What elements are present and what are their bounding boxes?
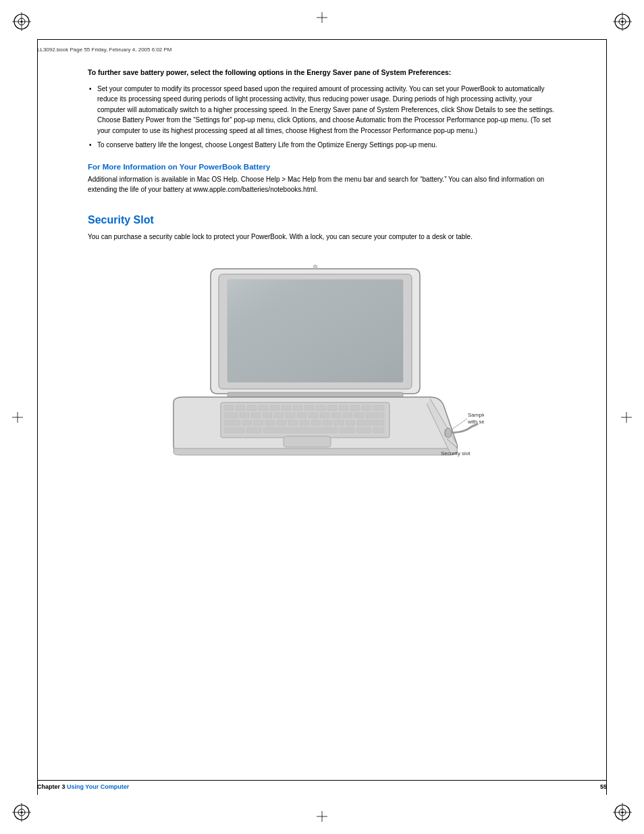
svg-rect-55 [320, 413, 329, 418]
svg-line-81 [452, 419, 467, 429]
cross-mark-right [621, 412, 632, 423]
svg-rect-63 [265, 420, 275, 425]
svg-rect-43 [339, 405, 348, 411]
footer-chapter-link: Using Your Computer [67, 783, 129, 790]
svg-rect-56 [331, 413, 341, 418]
svg-rect-77 [373, 427, 384, 433]
corner-mark-bl [12, 803, 31, 822]
svg-rect-71 [357, 420, 384, 425]
svg-rect-46 [373, 405, 384, 411]
svg-rect-66 [300, 420, 309, 425]
svg-rect-59 [366, 413, 384, 418]
svg-rect-51 [274, 413, 284, 418]
svg-rect-64 [277, 420, 286, 425]
cross-mark-bottom [317, 811, 327, 822]
svg-rect-65 [288, 420, 298, 425]
header-bar: LL3092.book Page 55 Friday, February 4, … [37, 39, 607, 54]
svg-rect-53 [297, 413, 306, 418]
svg-rect-68 [323, 420, 332, 425]
svg-rect-47 [224, 413, 238, 418]
svg-rect-67 [311, 420, 321, 425]
cross-mark-top [317, 12, 327, 23]
svg-rect-76 [356, 427, 371, 433]
section1-body: Additional information is available in M… [88, 174, 556, 195]
border-left [37, 39, 38, 795]
section1-heading: For More Information on Your PowerBook B… [88, 163, 556, 171]
svg-rect-35 [247, 405, 257, 411]
svg-rect-39 [293, 405, 302, 411]
svg-point-30 [313, 265, 317, 269]
header-file-info: LL3092.book Page 55 Friday, February 4, … [37, 47, 172, 53]
svg-rect-38 [281, 405, 291, 411]
svg-rect-70 [346, 420, 355, 425]
svg-rect-48 [240, 413, 249, 418]
footer-chapter-label: Chapter 3 [37, 783, 65, 790]
svg-rect-40 [304, 405, 314, 411]
footer-chapter: Chapter 3 Using Your Computer [37, 783, 129, 790]
svg-rect-44 [350, 405, 360, 411]
bullet-list: Set your computer to modify its processo… [88, 84, 556, 151]
cross-mark-left [12, 412, 23, 423]
svg-text:Sample locking device: Sample locking device [468, 412, 484, 418]
intro-bold-text: To further save battery power, select th… [88, 68, 556, 78]
svg-rect-72 [224, 427, 244, 433]
bullet-item-1: Set your computer to modify its processo… [88, 84, 556, 136]
svg-text:Security slot: Security slot [441, 450, 471, 457]
svg-text:with security cable: with security cable [467, 419, 484, 425]
svg-rect-73 [246, 427, 261, 433]
svg-rect-57 [343, 413, 352, 418]
svg-rect-62 [254, 420, 263, 425]
svg-rect-69 [334, 420, 344, 425]
illustration-container: Sample locking device with security cabl… [88, 255, 556, 471]
footer-bar: Chapter 3 Using Your Computer 55 [37, 780, 607, 790]
corner-mark-tr [613, 12, 632, 31]
svg-rect-49 [251, 413, 261, 418]
svg-rect-31 [227, 392, 403, 397]
bullet-item-2: To conserve battery life the longest, ch… [88, 140, 556, 151]
svg-rect-54 [308, 413, 318, 418]
svg-rect-36 [259, 405, 268, 411]
border-right [606, 39, 607, 795]
svg-rect-58 [354, 413, 364, 418]
svg-rect-52 [286, 413, 295, 418]
svg-rect-61 [242, 420, 252, 425]
svg-rect-50 [263, 413, 272, 418]
svg-rect-29 [227, 280, 403, 382]
svg-rect-33 [224, 405, 234, 411]
corner-mark-tl [12, 12, 31, 31]
svg-point-80 [445, 428, 452, 438]
footer-page-number: 55 [600, 783, 607, 790]
svg-rect-41 [316, 405, 325, 411]
section2-body: You can purchase a security cable lock t… [88, 232, 556, 242]
svg-rect-74 [263, 427, 338, 433]
svg-rect-78 [284, 436, 331, 447]
corner-mark-br [613, 803, 632, 822]
svg-rect-75 [340, 427, 354, 433]
svg-rect-60 [224, 420, 240, 425]
section2-heading: Security Slot [88, 214, 556, 226]
svg-rect-37 [270, 405, 279, 411]
laptop-illustration: Sample locking device with security cabl… [160, 255, 484, 471]
svg-rect-45 [362, 405, 371, 411]
svg-rect-42 [327, 405, 337, 411]
main-content: To further save battery power, select th… [88, 68, 556, 766]
svg-rect-34 [236, 405, 245, 411]
